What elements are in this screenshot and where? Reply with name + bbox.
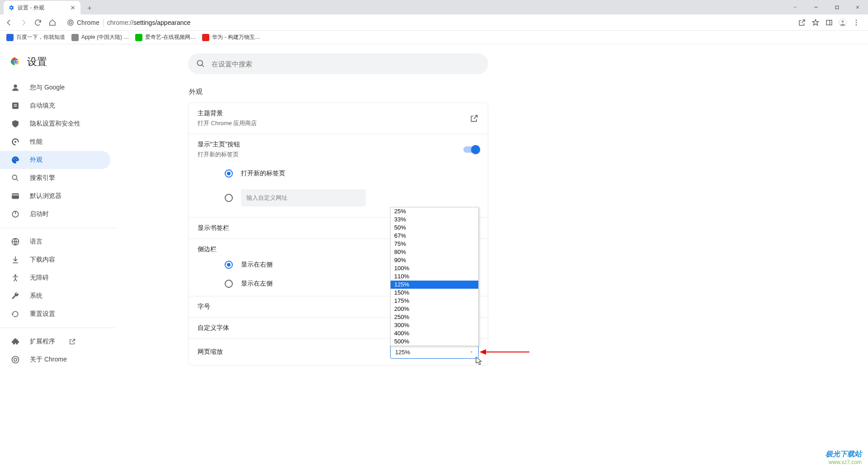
- bookmarks-bar: 百度一下，你就知道Apple (中国大陆) …爱奇艺-在线视频网…华为 - 构建…: [0, 31, 868, 44]
- share-icon[interactable]: [796, 16, 808, 29]
- chrome-icon: [67, 19, 74, 26]
- zoom-option[interactable]: 90%: [391, 256, 478, 264]
- search-icon: [196, 59, 205, 68]
- svg-rect-3: [826, 20, 832, 25]
- annotation-arrow: [480, 347, 529, 356]
- globe-icon: [11, 237, 20, 246]
- radio-icon: [225, 261, 233, 269]
- back-button[interactable]: [3, 16, 15, 29]
- svg-point-17: [15, 158, 16, 159]
- zoom-option[interactable]: 100%: [391, 264, 478, 272]
- zoom-option[interactable]: 200%: [391, 305, 478, 313]
- home-button-toggle[interactable]: [463, 146, 479, 153]
- app-title-text: 设置: [27, 55, 47, 69]
- settings-sidebar: 设置 您与 Google自动填充隐私设置和安全性性能外观搜索引擎默认浏览器启动时…: [0, 44, 116, 469]
- zoom-option[interactable]: 125%: [391, 281, 478, 289]
- zoom-option[interactable]: 67%: [391, 232, 478, 240]
- bookmark-item[interactable]: Apple (中国大陆) …: [71, 33, 129, 41]
- sidebar-item-globe[interactable]: 语言: [0, 233, 110, 251]
- svg-point-6: [856, 19, 857, 21]
- home-button[interactable]: [46, 16, 59, 29]
- sidebar-item-palette[interactable]: 外观: [0, 151, 110, 169]
- zoom-option[interactable]: 110%: [391, 272, 478, 281]
- window-close-button[interactable]: [847, 0, 868, 14]
- settings-search-input[interactable]: [212, 60, 480, 68]
- sidebar-item-wrench[interactable]: 系统: [0, 287, 110, 305]
- settings-main: 外观 主题背景 打开 Chrome 应用商店 显示"主页"按钮 打开新的标签页: [116, 44, 868, 469]
- zoom-option[interactable]: 300%: [391, 321, 478, 329]
- shield-icon: [11, 119, 20, 128]
- zoom-option[interactable]: 400%: [391, 329, 478, 338]
- page-zoom-select[interactable]: 125%: [390, 345, 479, 359]
- person-icon: [11, 83, 20, 92]
- sidebar-item-reset[interactable]: 重置设置: [0, 305, 110, 323]
- browser-titlebar: 设置 - 外观: [0, 0, 868, 14]
- radio-icon: [225, 280, 233, 288]
- star-icon[interactable]: [809, 16, 822, 29]
- profile-icon[interactable]: [836, 16, 849, 29]
- zoom-option[interactable]: 33%: [391, 216, 478, 224]
- wrench-icon: [11, 291, 20, 300]
- sidebar-item-shield[interactable]: 隐私设置和安全性: [0, 115, 110, 133]
- svg-point-24: [12, 356, 19, 363]
- zoom-option[interactable]: 250%: [391, 313, 478, 321]
- app-title: 设置: [0, 52, 116, 79]
- forward-button[interactable]: [17, 16, 30, 29]
- home-url-input[interactable]: 输入自定义网址: [241, 189, 366, 206]
- open-external-icon: [69, 338, 76, 345]
- sidebar-item-autofill[interactable]: 自动填充: [0, 97, 110, 115]
- kebab-menu-icon[interactable]: [850, 16, 863, 29]
- bookmark-favicon: [135, 34, 142, 41]
- sidebar-item-search[interactable]: 搜索引擎: [0, 169, 110, 187]
- sidebar-item-perf[interactable]: 性能: [0, 133, 110, 151]
- zoom-option[interactable]: 50%: [391, 224, 478, 232]
- zoom-option[interactable]: 80%: [391, 248, 478, 256]
- page-zoom-dropdown[interactable]: 25%33%50%67%75%80%90%100%110%125%150%175…: [390, 207, 479, 346]
- sidebar-item-a11y[interactable]: 无障碍: [0, 269, 110, 287]
- plus-icon: [86, 5, 93, 11]
- svg-rect-20: [12, 193, 19, 199]
- zoom-option[interactable]: 150%: [391, 289, 478, 297]
- svg-marker-28: [480, 349, 486, 355]
- home-newtab-radio[interactable]: 打开新的标签页: [198, 161, 479, 182]
- svg-point-2: [69, 21, 71, 23]
- reload-button[interactable]: [32, 16, 44, 29]
- svg-point-13: [14, 84, 17, 88]
- side-panel-icon[interactable]: [823, 16, 835, 29]
- watermark: 极光下载站 www.xz7.com: [826, 450, 862, 465]
- power-icon: [11, 210, 20, 219]
- autofill-icon: [11, 101, 20, 110]
- a11y-icon: [11, 273, 20, 282]
- sidebar-item-download[interactable]: 下载内容: [0, 251, 110, 269]
- close-icon[interactable]: [70, 5, 76, 11]
- zoom-option[interactable]: 175%: [391, 297, 478, 305]
- window-controls: [785, 0, 868, 14]
- svg-point-7: [856, 22, 857, 23]
- sidebar-item-chrome[interactable]: 关于 Chrome: [0, 351, 110, 369]
- sidebar-item-person[interactable]: 您与 Google: [0, 79, 110, 97]
- bookmark-item[interactable]: 华为 - 构建万物互…: [202, 33, 260, 41]
- settings-search[interactable]: [188, 53, 488, 74]
- bookmark-item[interactable]: 百度一下，你就知道: [6, 33, 65, 41]
- zoom-option[interactable]: 500%: [391, 338, 478, 346]
- window-maximize-button[interactable]: [826, 0, 847, 14]
- zoom-option[interactable]: 25%: [391, 207, 478, 216]
- address-bar[interactable]: Chrome chrome://settings/appearance: [63, 16, 791, 29]
- bookmark-favicon: [6, 34, 14, 41]
- window-minimize-button[interactable]: [806, 0, 826, 14]
- sidebar-item-ext[interactable]: 扩展程序: [0, 333, 110, 351]
- sidebar-item-power[interactable]: 启动时: [0, 205, 110, 223]
- zoom-option[interactable]: 75%: [391, 240, 478, 248]
- sidebar-item-browser[interactable]: 默认浏览器: [0, 187, 110, 205]
- new-tab-button[interactable]: [83, 2, 96, 14]
- bookmark-item[interactable]: 爱奇艺-在线视频网…: [135, 33, 196, 41]
- chevron-down-icon[interactable]: [785, 0, 806, 14]
- site-chip[interactable]: Chrome: [63, 16, 103, 29]
- browser-toolbar: Chrome chrome://settings/appearance: [0, 14, 868, 31]
- theme-row[interactable]: 主题背景 打开 Chrome 应用商店: [189, 103, 488, 134]
- section-title: 外观: [189, 88, 868, 96]
- svg-point-25: [14, 358, 17, 361]
- browser-tab[interactable]: 设置 - 外观: [4, 1, 80, 14]
- palette-icon: [11, 155, 20, 164]
- chevron-down-icon: [469, 350, 474, 354]
